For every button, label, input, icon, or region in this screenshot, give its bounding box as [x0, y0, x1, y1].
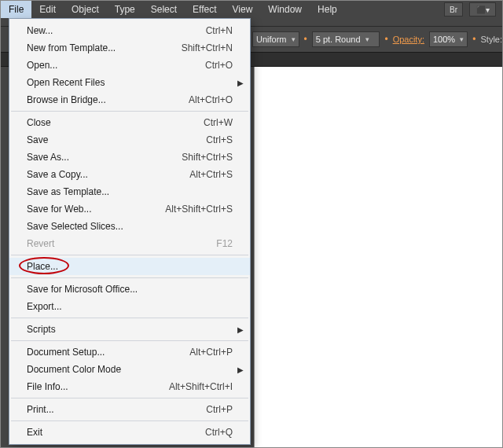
menu-item-shortcut: Alt+Ctrl+P	[189, 347, 233, 358]
menu-item-label: Save for Microsoft Office...	[27, 284, 138, 295]
opacity-label[interactable]: Opacity:	[393, 35, 424, 44]
menu-item-label: Browse in Bridge...	[27, 94, 106, 105]
menu-item-label: Save Selected Slices...	[27, 221, 123, 232]
menu-item-save-for-microsoft-office[interactable]: Save for Microsoft Office...	[9, 281, 250, 298]
menu-item-document-setup[interactable]: Document Setup...Alt+Ctrl+P	[9, 343, 250, 361]
menu-edit[interactable]: Edit	[31, 1, 64, 18]
menu-item-open-recent-files[interactable]: Open Recent Files▶	[9, 74, 250, 91]
separator-bullet: •	[304, 34, 307, 45]
menu-item-open[interactable]: Open...Ctrl+O	[9, 57, 250, 74]
menu-item-label: Exit	[27, 427, 42, 438]
menu-item-shortcut: Alt+Ctrl+O	[189, 94, 233, 105]
menu-item-label: Save	[27, 134, 48, 145]
separator-bullet: •	[384, 34, 387, 45]
menu-item-label: Document Setup...	[27, 347, 105, 358]
menu-item-shortcut: Shift+Ctrl+S	[182, 152, 233, 163]
menu-item-label: Export...	[27, 301, 62, 312]
menu-separator	[11, 318, 248, 318]
menu-separator	[11, 277, 248, 278]
menu-item-shortcut: Shift+Ctrl+N	[182, 42, 233, 53]
menu-item-shortcut: Ctrl+P	[206, 404, 233, 415]
menu-item-save-for-web[interactable]: Save for Web...Alt+Shift+Ctrl+S	[9, 200, 250, 218]
menu-item-label: Save for Web...	[27, 204, 91, 215]
menu-item-save-a-copy[interactable]: Save a Copy...Alt+Ctrl+S	[9, 166, 250, 183]
menu-item-save-selected-slices[interactable]: Save Selected Slices...	[9, 218, 250, 235]
menu-item-label: Open Recent Files	[27, 77, 105, 88]
menu-item-print[interactable]: Print...Ctrl+P	[9, 401, 250, 418]
profile-dropdown[interactable]: Uniform ▾	[252, 31, 299, 47]
menu-item-label: Print...	[27, 404, 54, 415]
chevron-down-icon: ▾	[365, 35, 369, 43]
menu-item-shortcut: Ctrl+S	[206, 134, 233, 145]
menu-item-shortcut: Ctrl+O	[205, 60, 233, 71]
menu-item-label: Revert	[27, 238, 54, 249]
menu-item-label: Save a Copy...	[27, 169, 88, 180]
menu-item-label: New...	[27, 25, 53, 36]
brush-dropdown[interactable]: 5 pt. Round ▾	[312, 31, 380, 47]
brush-value: 5 pt. Round	[316, 35, 361, 44]
chevron-down-icon: ▾	[292, 35, 296, 43]
menu-item-shortcut: Ctrl+Q	[205, 427, 233, 438]
menu-separator	[11, 420, 248, 421]
menu-item-save-as-template[interactable]: Save as Template...	[9, 183, 250, 200]
profile-value: Uniform	[256, 35, 287, 44]
menu-item-scripts[interactable]: Scripts▶	[9, 321, 250, 338]
menu-separator	[11, 111, 248, 112]
menu-item-save-as[interactable]: Save As...Shift+Ctrl+S	[9, 149, 250, 166]
menu-item-document-color-mode[interactable]: Document Color Mode▶	[9, 361, 250, 378]
menu-item-label: Place...	[27, 261, 58, 272]
document-canvas[interactable]	[254, 67, 502, 447]
menu-item-label: Scripts	[27, 324, 56, 335]
menu-item-place[interactable]: Place...	[9, 258, 250, 275]
menu-item-shortcut: Ctrl+N	[206, 25, 233, 36]
style-label: Style:	[480, 35, 502, 44]
menu-item-close[interactable]: CloseCtrl+W	[9, 114, 250, 131]
menu-item-shortcut: Alt+Shift+Ctrl+I	[169, 381, 233, 392]
opacity-value: 100%	[433, 35, 455, 44]
menu-item-browse-in-bridge[interactable]: Browse in Bridge...Alt+Ctrl+O	[9, 91, 250, 108]
menu-item-new[interactable]: New...Ctrl+N	[9, 22, 250, 39]
workspace-switcher[interactable]: ⬛▾	[469, 2, 496, 17]
submenu-arrow-icon: ▶	[237, 79, 244, 87]
menu-item-shortcut: Alt+Ctrl+S	[189, 169, 233, 180]
menu-item-export[interactable]: Export...	[9, 298, 250, 315]
menu-item-label: File Info...	[27, 381, 68, 392]
menu-separator	[11, 340, 248, 341]
menu-item-label: Save As...	[27, 152, 69, 163]
menu-separator	[11, 255, 248, 255]
separator-bullet: •	[472, 34, 475, 45]
chevron-down-icon: ▾	[460, 35, 464, 43]
menu-item-revert: RevertF12	[9, 235, 250, 252]
menu-item-label: Close	[27, 117, 51, 128]
menu-file[interactable]: File	[1, 1, 31, 18]
toolbar-icons: Br ⬛▾	[90, 1, 496, 18]
menu-item-shortcut: Alt+Shift+Ctrl+S	[165, 204, 233, 215]
opacity-dropdown[interactable]: 100% ▾	[429, 31, 468, 47]
menu-separator	[11, 398, 248, 398]
menu-item-label: Save as Template...	[27, 186, 109, 197]
menu-item-label: Document Color Mode	[27, 364, 121, 375]
submenu-arrow-icon: ▶	[237, 365, 244, 374]
submenu-arrow-icon: ▶	[237, 325, 244, 334]
menu-item-exit[interactable]: ExitCtrl+Q	[9, 424, 250, 441]
menu-item-new-from-template[interactable]: New from Template...Shift+Ctrl+N	[9, 39, 250, 57]
menu-item-shortcut: Ctrl+W	[204, 117, 233, 128]
menu-item-label: Open...	[27, 60, 57, 71]
menu-item-file-info[interactable]: File Info...Alt+Shift+Ctrl+I	[9, 378, 250, 395]
bridge-button[interactable]: Br	[444, 2, 463, 17]
menu-item-label: New from Template...	[27, 42, 116, 53]
file-menu: New...Ctrl+NNew from Template...Shift+Ct…	[9, 18, 251, 445]
menu-item-save[interactable]: SaveCtrl+S	[9, 131, 250, 149]
menu-item-shortcut: F12	[216, 238, 233, 249]
